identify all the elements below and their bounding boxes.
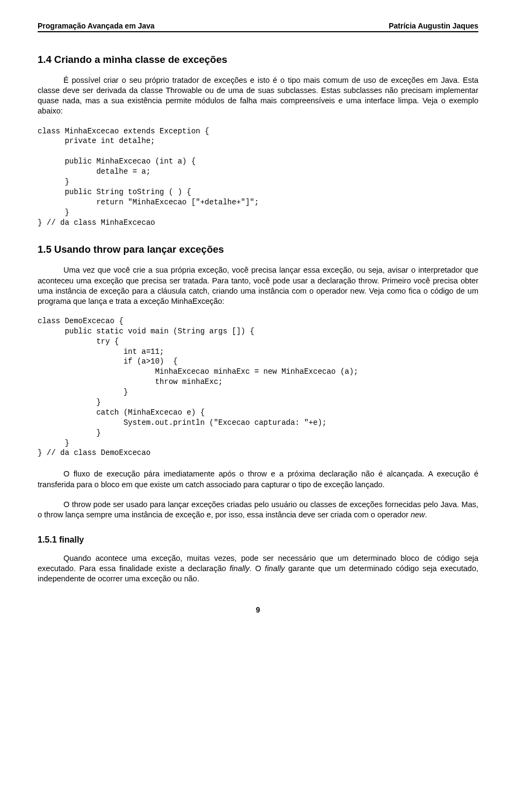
italic-finally-1: finally xyxy=(230,564,249,573)
section-1-5-1-title: 1.5.1 finally xyxy=(38,535,478,545)
header-right: Patrícia Augustin Jaques xyxy=(389,22,478,30)
text-run: . O xyxy=(249,564,264,573)
code-block-minha-excecao: class MinhaExcecao extends Exception { p… xyxy=(38,126,478,228)
section-1-5-paragraph-2: O fluxo de execução pára imediatamente a… xyxy=(38,469,478,489)
document-page: Programação Avançada em Java Patrícia Au… xyxy=(0,0,516,630)
italic-new: new xyxy=(411,510,425,519)
section-1-5-1-paragraph-1: Quando acontece uma exceção, muitas veze… xyxy=(38,553,478,584)
section-1-5-title: 1.5 Usando throw para lançar exceções xyxy=(38,244,478,255)
header-left: Programação Avançada em Java xyxy=(38,22,155,30)
section-1-4-title: 1.4 Criando a minha classe de exceções xyxy=(38,54,478,66)
page-number: 9 xyxy=(38,606,478,614)
section-1-4-paragraph-1: É possível criar o seu próprio tratador … xyxy=(38,75,478,117)
section-1-5-paragraph-1: Uma vez que você crie a sua própria exce… xyxy=(38,265,478,307)
text-run: . xyxy=(425,510,427,519)
italic-finally-2: finally xyxy=(265,564,285,573)
section-1-5-paragraph-3: O throw pode ser usado para lançar exceç… xyxy=(38,500,478,520)
code-block-demo-excecao: class DemoExcecao { public static void m… xyxy=(38,316,478,458)
page-header: Programação Avançada em Java Patrícia Au… xyxy=(38,22,478,32)
